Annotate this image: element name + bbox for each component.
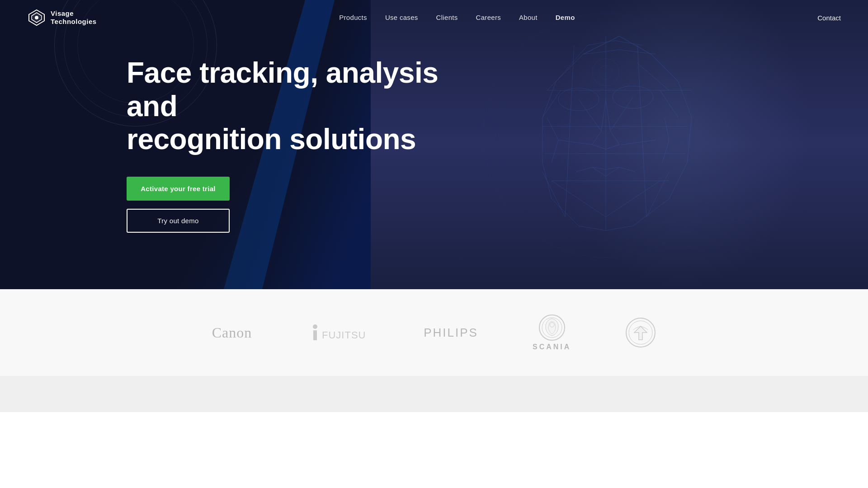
svg-rect-42	[313, 330, 317, 340]
svg-line-30	[660, 90, 678, 117]
svg-line-23	[619, 36, 651, 54]
logo-link[interactable]: Visage Technologies	[27, 8, 97, 27]
nav-about[interactable]: About	[519, 14, 538, 21]
canon-logo: Canon	[212, 324, 252, 341]
nav-use-cases[interactable]: Use cases	[385, 14, 418, 21]
skoda-logo	[625, 317, 656, 348]
svg-line-33	[579, 99, 601, 131]
svg-line-20	[637, 45, 646, 217]
nav-demo[interactable]: Demo	[556, 14, 575, 21]
svg-line-13	[662, 140, 669, 163]
svg-line-25	[547, 63, 574, 90]
nav-careers[interactable]: Careers	[476, 14, 501, 21]
svg-line-11	[552, 140, 558, 163]
clients-section: Canon FUJITSU PHILIPS SCANIA	[0, 289, 868, 376]
svg-line-34	[610, 97, 633, 131]
navbar: Visage Technologies Products Use cases C…	[0, 0, 868, 35]
nav-products[interactable]: Products	[339, 14, 367, 21]
bottom-strip	[0, 376, 868, 412]
svg-line-4	[588, 41, 615, 45]
scania-label-text: SCANIA	[533, 343, 571, 351]
hero-content: Face tracking, analysis and recognition …	[127, 56, 443, 233]
activate-trial-button[interactable]: Activate your free trial	[127, 177, 230, 201]
scania-logo: SCANIA	[533, 314, 571, 351]
face-mesh-overlay	[371, 0, 868, 289]
nav-clients[interactable]: Clients	[436, 14, 458, 21]
visage-logo-icon	[27, 8, 46, 27]
svg-line-21	[556, 45, 588, 81]
svg-text:FUJITSU: FUJITSU	[322, 329, 366, 341]
svg-line-28	[646, 172, 669, 217]
svg-line-29	[542, 90, 561, 117]
scania-badge-icon	[538, 314, 566, 341]
nav-links: Products Use cases Clients Careers About…	[339, 14, 575, 22]
philips-logo: PHILIPS	[424, 326, 478, 340]
svg-point-41	[313, 324, 317, 329]
hero-section: Face tracking, analysis and recognition …	[0, 0, 868, 289]
svg-line-12	[665, 117, 669, 140]
try-demo-button[interactable]: Try out demo	[127, 209, 230, 233]
svg-line-24	[651, 54, 678, 81]
hero-title: Face tracking, analysis and recognition …	[127, 56, 443, 156]
hero-buttons: Activate your free trial Try out demo	[127, 177, 230, 233]
svg-line-27	[542, 172, 565, 217]
logo-text: Visage Technologies	[51, 9, 97, 26]
fujitsu-logo-svg: FUJITSU	[306, 321, 369, 344]
svg-line-10	[547, 117, 558, 140]
svg-point-2	[35, 16, 38, 19]
svg-line-35	[558, 140, 592, 145]
fujitsu-logo: FUJITSU	[306, 321, 369, 344]
svg-line-37	[552, 181, 579, 199]
svg-line-36	[622, 140, 656, 145]
svg-marker-3	[542, 36, 692, 230]
nav-contact[interactable]: Contact	[817, 14, 841, 22]
svg-line-26	[637, 63, 669, 90]
skoda-badge-icon	[625, 317, 656, 348]
svg-line-38	[633, 181, 660, 199]
svg-line-6	[583, 50, 619, 54]
hero-face-area	[371, 0, 868, 289]
